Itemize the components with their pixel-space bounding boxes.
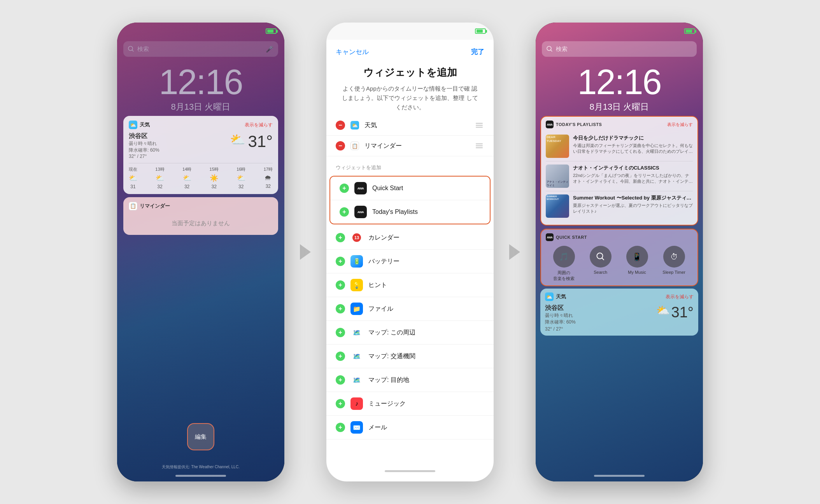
home-indicator-middle xyxy=(385,470,435,472)
playlist-item-2[interactable]: SUMMERWORKOUT Summer Workout 〜Selected b… xyxy=(546,191,693,221)
svg-line-5 xyxy=(602,258,604,260)
weather-app-icon-1: ⛅ xyxy=(129,121,137,129)
arrow-2 xyxy=(509,244,520,260)
search-placeholder-1: 検索 xyxy=(137,46,149,53)
plus-maps-nearby-btn[interactable]: + xyxy=(336,328,345,337)
hint-label: ヒント xyxy=(368,281,387,289)
weather-cloud-icon-3: ⛅ xyxy=(656,304,670,317)
add-files[interactable]: + 📁 ファイル xyxy=(326,297,494,321)
qs-sleep-timer-icon: ⏱ xyxy=(663,246,685,268)
weather-widget-title-3: 天気 xyxy=(556,293,566,300)
reminder-app-icon-1: 📋 xyxy=(129,202,137,210)
weather-widget-3: ⛅ 天気 表示を減らす 渋谷区 曇り時々晴れ降水確率: 60% ⛅ 31° 32… xyxy=(540,289,698,336)
qs-btn-nearby[interactable]: 🎵 周囲の音楽を検索 xyxy=(553,246,575,282)
quick-start-widget: AWA QUICK START 🎵 周囲の音楽を検索 Search xyxy=(540,229,698,286)
edit-button-label-1: 編集 xyxy=(195,433,207,441)
drag-handle-weather[interactable] xyxy=(474,121,484,129)
plus-maps-destination-btn[interactable]: + xyxy=(336,375,345,385)
add-maps-transit[interactable]: + 🗺️ マップ: 交通機関 xyxy=(326,345,494,368)
todays-playlists-label: Today's Playlists xyxy=(372,208,418,215)
plus-calendar-btn[interactable]: + xyxy=(336,233,345,242)
search-bar-1[interactable]: 検索 🎤 xyxy=(123,41,278,57)
awa-icon-qs-header: AWA xyxy=(546,233,554,241)
add-hint[interactable]: + 💡 ヒント xyxy=(326,273,494,297)
search-icon-3 xyxy=(547,46,553,52)
weather-condition-3: 曇り時々晴れ降水確率: 60% xyxy=(545,312,576,326)
todays-playlists-collapse-btn[interactable]: 表示を減らす xyxy=(667,122,693,128)
reminder-list-label: リマインダー xyxy=(364,142,402,150)
qs-btn-search[interactable]: Search xyxy=(590,246,611,282)
playlist-title-2: Summer Workout 〜Selected by 栗原ジャスティーン〜 xyxy=(573,194,693,201)
add-battery[interactable]: + 🔋 バッテリー xyxy=(326,250,494,273)
maps-nearby-label: マップ: この周辺 xyxy=(368,329,415,337)
minus-reminder-btn[interactable]: − xyxy=(336,141,345,150)
qs-sleep-timer-label: Sleep Timer xyxy=(662,270,685,275)
svg-line-1 xyxy=(132,50,134,52)
plus-files-btn[interactable]: + xyxy=(336,304,345,313)
weather-collapse-btn-1[interactable]: 表示を減らす xyxy=(245,122,273,128)
weather-condition-1: 曇り時々晴れ降水確率: 60% xyxy=(129,140,159,154)
playlist-item-1[interactable]: アナト・インティライミ ナオト・インティライミのCLASSICS 22ndシング… xyxy=(546,161,693,191)
add-quick-start[interactable]: + AWA Quick Start xyxy=(330,177,490,200)
lock-clock-3: 12:16 8月13日 火曜日 xyxy=(536,65,703,113)
files-label: ファイル xyxy=(368,305,393,313)
calendar-icon: 13 xyxy=(352,233,361,242)
plus-battery-btn[interactable]: + xyxy=(336,257,345,266)
plus-quick-start-btn[interactable]: + xyxy=(340,184,349,193)
add-music[interactable]: + ♪ ミュージック xyxy=(326,392,494,416)
weather-cloud-icon-1: ⛅ xyxy=(230,132,245,147)
add-maps-destination[interactable]: + 🗺️ マップ: 目的地 xyxy=(326,368,494,392)
search-bar-3[interactable]: 検索 xyxy=(542,41,697,57)
qs-my-music-icon: 📱 xyxy=(626,246,648,268)
maps-transit-label: マップ: 交通機関 xyxy=(368,352,415,360)
quick-start-label: Quick Start xyxy=(372,185,403,192)
qs-btn-sleep-timer[interactable]: ⏱ Sleep Timer xyxy=(662,246,685,282)
drag-handle-reminder[interactable] xyxy=(474,142,484,150)
add-calendar[interactable]: + 13 カレンダー xyxy=(326,226,494,250)
mail-icon: ✉️ xyxy=(350,421,363,434)
weather-widget-1: ⛅ 天気 表示を減らす 渋谷区 曇り時々晴れ降水確率: 60% 32° / 27… xyxy=(123,116,278,194)
add-maps-nearby[interactable]: + 🗺️ マップ: この周辺 xyxy=(326,321,494,345)
quick-start-buttons: 🎵 周囲の音楽を検索 Search 📱 My Music xyxy=(546,246,693,282)
awa-icon-widget-header: AWA xyxy=(546,121,554,128)
edit-button-1[interactable]: 編集 xyxy=(187,423,214,450)
reminder-icon-list: 📋 xyxy=(350,142,359,150)
cancel-button[interactable]: キャンセル xyxy=(336,47,369,56)
calendar-label: カレンダー xyxy=(368,234,399,242)
svg-point-0 xyxy=(128,46,133,51)
modal-title-text: ウィジェットを追加 xyxy=(342,66,478,79)
todays-playlists-widget: AWA TODAY'S PLAYLISTS 表示を減らす DEARTUESDAY… xyxy=(540,116,698,226)
awa-icon-todays-playlists: AWA xyxy=(354,206,367,218)
playlist-title-1: ナオト・インティライミのCLASSICS xyxy=(573,164,693,172)
playlist-thumb-2: SUMMERWORKOUT xyxy=(546,194,569,218)
qs-btn-my-music[interactable]: 📱 My Music xyxy=(626,246,648,282)
weather-collapse-btn-3[interactable]: 表示を減らす xyxy=(666,294,694,300)
clock-time-3: 12:16 xyxy=(536,65,703,100)
plus-maps-transit-btn[interactable]: + xyxy=(336,352,345,361)
plus-hint-btn[interactable]: + xyxy=(336,280,345,290)
plus-music-btn[interactable]: + xyxy=(336,399,345,408)
middle-panel: キャンセル 完了 ウィジェットを追加 よく使うAppからのタイムリーな情報を一目… xyxy=(326,23,494,481)
maps-transit-icon: 🗺️ xyxy=(350,350,363,362)
maps-destination-label: マップ: 目的地 xyxy=(368,376,409,384)
minus-weather-btn[interactable]: − xyxy=(336,121,345,130)
playlist-item-0[interactable]: DEARTUESDAY 今日を少しだけドラマチックに 今週は邦楽のフィーチャリン… xyxy=(546,131,693,161)
phone-screen-3: 検索 12:16 8月13日 火曜日 AWA TODAY'S PLAYLISTS… xyxy=(536,23,703,481)
active-widget-weather: − ⛅ 天気 xyxy=(326,115,494,136)
weather-widget-title-1: 天気 xyxy=(140,121,150,128)
add-mail[interactable]: + ✉️ メール xyxy=(326,416,494,439)
mail-label: メール xyxy=(368,424,387,432)
reminder-empty-text-1: 当面予定はありません xyxy=(129,214,273,230)
plus-todays-playlists-btn[interactable]: + xyxy=(340,207,349,217)
add-todays-playlists[interactable]: + AWA Today's Playlists xyxy=(330,200,490,224)
playlist-thumb-1: アナト・インティライミ xyxy=(546,164,569,188)
lock-clock-1: 12:16 8月13日 火曜日 xyxy=(117,65,284,113)
done-button[interactable]: 完了 xyxy=(471,47,484,56)
music-icon: ♪ xyxy=(350,397,363,410)
plus-mail-btn[interactable]: + xyxy=(336,423,345,432)
phone-screen-1: 検索 🎤 12:16 8月13日 火曜日 ⛅ 天気 表示を減らす 渋谷区 曇り時… xyxy=(117,23,284,481)
battery-label: バッテリー xyxy=(368,257,399,266)
add-widgets-section: ウィジェットを追加 + AWA Quick Start + AWA xyxy=(326,164,494,439)
weather-temp-range-3: 32° / 27° xyxy=(545,326,694,332)
qs-nearby-icon: 🎵 xyxy=(553,246,575,268)
